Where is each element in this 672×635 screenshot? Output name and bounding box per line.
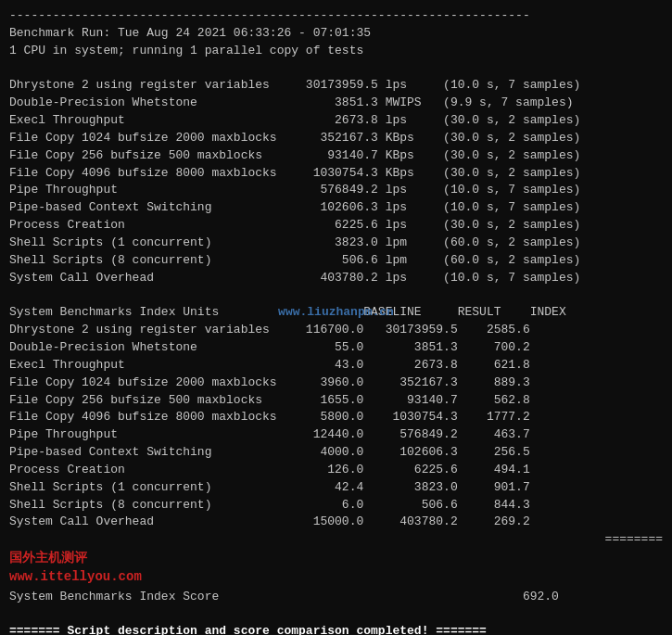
watermark2: 国外主机测评 bbox=[9, 549, 142, 567]
index-result-row: File Copy 1024 bufsize 2000 maxblocks 39… bbox=[9, 375, 663, 392]
index-header: System Benchmarks Index Units BASELINE R… bbox=[9, 304, 663, 322]
terminal-output: ----------------------------------------… bbox=[9, 7, 663, 635]
raw-result-row: File Copy 4096 bufsize 8000 maxblocks 10… bbox=[9, 165, 663, 183]
raw-result-row: Pipe-based Context Switching 102606.3 lp… bbox=[9, 199, 663, 217]
raw-results: Dhrystone 2 using register variables 301… bbox=[9, 77, 663, 286]
raw-result-row: Shell Scripts (1 concurrent) 3823.0 lpm … bbox=[9, 235, 663, 252]
raw-result-row: File Copy 1024 bufsize 2000 maxblocks 35… bbox=[9, 130, 663, 147]
index-result-row: Pipe-based Context Switching 4000.0 1026… bbox=[9, 444, 663, 462]
index-result-row: Shell Scripts (1 concurrent) 42.4 3823.0… bbox=[9, 479, 663, 497]
raw-result-row: Process Creation 6225.6 lps (30.0 s, 2 s… bbox=[9, 217, 663, 235]
raw-result-row: Shell Scripts (8 concurrent) 506.6 lpm (… bbox=[9, 252, 663, 270]
index-section: System Benchmarks Index Units BASELINE R… bbox=[9, 304, 663, 531]
raw-result-row: System Call Overhead 403780.2 lps (10.0 … bbox=[9, 270, 663, 287]
footer: ======= Script description and score com… bbox=[9, 623, 663, 635]
score-row-line: System Benchmarks Index Score 692.0 bbox=[9, 589, 663, 606]
score-section: 国外主机测评 www.ittellyou.com bbox=[9, 549, 663, 587]
index-result-row: File Copy 256 bufsize 500 maxblocks 1655… bbox=[9, 392, 663, 410]
raw-result-row: File Copy 256 bufsize 500 maxblocks 9314… bbox=[9, 147, 663, 165]
index-result-row: Process Creation 126.0 6225.6 494.1 bbox=[9, 462, 663, 479]
score-line: System Benchmarks Index Score 692.0 bbox=[9, 589, 663, 606]
raw-result-row: Double-Precision Whetstone 3851.3 MWIPS … bbox=[9, 95, 663, 112]
index-result-row: Double-Precision Whetstone 55.0 3851.3 7… bbox=[9, 339, 663, 357]
raw-result-row: Dhrystone 2 using register variables 301… bbox=[9, 77, 663, 95]
index-result-row: Execl Throughput 43.0 2673.8 621.8 bbox=[9, 357, 663, 375]
equal-signs: ======== bbox=[9, 531, 663, 549]
watermark3: www.ittellyou.com bbox=[9, 567, 142, 586]
index-result-row: Shell Scripts (8 concurrent) 6.0 506.6 8… bbox=[9, 497, 663, 514]
index-result-row: Pipe Throughput 12440.0 576849.2 463.7 bbox=[9, 426, 663, 444]
index-header-line: System Benchmarks Index Units BASELINE R… bbox=[9, 304, 663, 322]
raw-result-row: Pipe Throughput 576849.2 lps (10.0 s, 7 … bbox=[9, 182, 663, 199]
index-result-row: File Copy 4096 bufsize 8000 maxblocks 58… bbox=[9, 409, 663, 426]
index-result-row: Dhrystone 2 using register variables 116… bbox=[9, 322, 663, 339]
cpu-info: 1 CPU in system; running 1 parallel copy… bbox=[9, 43, 663, 60]
index-results: Dhrystone 2 using register variables 116… bbox=[9, 322, 663, 531]
benchmark-run: Benchmark Run: Tue Aug 24 2021 06:33:26 … bbox=[9, 25, 663, 43]
separator-top: ----------------------------------------… bbox=[9, 7, 663, 25]
raw-result-row: Execl Throughput 2673.8 lps (30.0 s, 2 s… bbox=[9, 112, 663, 130]
index-result-row: System Call Overhead 15000.0 403780.2 26… bbox=[9, 514, 663, 531]
